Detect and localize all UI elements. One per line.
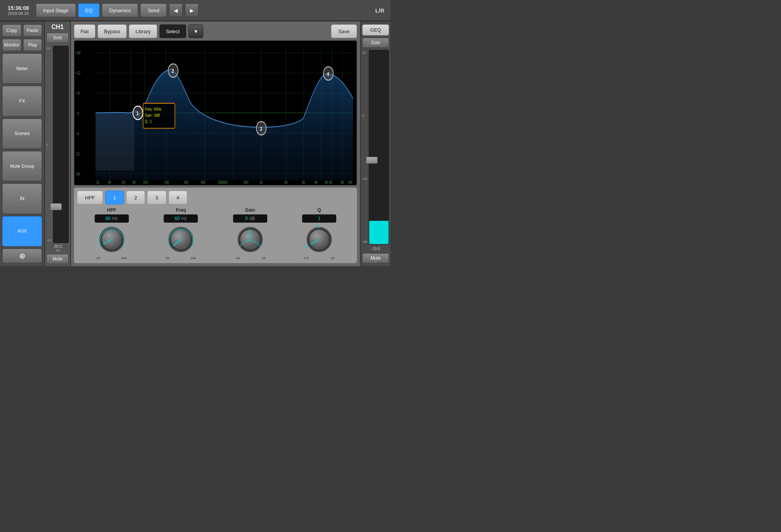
gain-range: -18 18: [235, 256, 265, 260]
right-mute-button[interactable]: Mute: [362, 253, 389, 263]
band2-button[interactable]: 2: [126, 191, 145, 204]
eq-controls: HPF 1 2 3 4 HPF 80 Hz: [74, 188, 357, 263]
geq-button[interactable]: GEQ: [362, 24, 389, 35]
in-button[interactable]: IN: [2, 183, 42, 214]
right-fader-handle[interactable]: [366, 157, 378, 164]
gain-min: -18: [235, 256, 240, 260]
svg-text:20: 20: [96, 180, 99, 185]
hpf-knob-group: HPF 80 Hz: [95, 207, 129, 260]
freq-unit: Hz: [182, 216, 187, 221]
monitor-play-row: Monitor Play: [2, 39, 42, 51]
band4-button[interactable]: 4: [169, 191, 187, 204]
gain-unit: dB: [249, 216, 255, 221]
svg-text:Gain : 0dB: Gain : 0dB: [145, 113, 160, 118]
band1-button[interactable]: 1: [105, 191, 124, 204]
freq-min: 20: [166, 256, 169, 260]
scale-0: 0: [47, 143, 51, 146]
r-scale-0: 0: [362, 114, 367, 117]
svg-text:400: 400: [201, 180, 205, 185]
svg-text:300: 300: [184, 180, 188, 185]
freq-knob-group: Freq 60 Hz: [164, 207, 198, 260]
library-button[interactable]: Library: [129, 24, 157, 38]
hpf-value: 80: [106, 216, 111, 221]
right-fader-fill: [369, 221, 389, 244]
freq-display: 60 Hz: [164, 214, 198, 223]
bypass-button[interactable]: Bypass: [98, 24, 127, 38]
gain-knob-group: Gain 0 dB: [233, 207, 267, 260]
q-value: 1: [318, 216, 321, 221]
lr-label: L/R: [372, 7, 387, 14]
fx-button[interactable]: FX: [2, 86, 42, 116]
play-button[interactable]: Play: [23, 39, 42, 51]
scenes-button[interactable]: Scenes: [2, 119, 42, 149]
eq-main-area: Flat Bypass Library Select ▼ Save: [71, 21, 360, 266]
svg-text:2K: 2K: [284, 180, 288, 185]
next-button[interactable]: ▶: [185, 3, 199, 17]
input-stage-button[interactable]: Input Stage: [36, 3, 76, 17]
eq-button[interactable]: EQ: [78, 3, 100, 17]
right-db-value: -29.8: [371, 247, 380, 251]
right-fader-scale: 10 0 -10 -80: [362, 50, 367, 244]
channel-mute-button[interactable]: Mute: [47, 254, 69, 264]
svg-text:3K: 3K: [302, 180, 305, 185]
clock-date: 2019.08.20: [3, 11, 34, 16]
svg-text:+18: +18: [75, 50, 81, 55]
channel-strip: CH1 Solo 10 0 -10 -80.0 -80 Mute: [45, 21, 71, 266]
freq-range: 20 20k: [166, 256, 196, 260]
svg-text:4K: 4K: [314, 180, 318, 185]
q-knob[interactable]: [304, 224, 334, 255]
flat-button[interactable]: Flat: [74, 24, 95, 38]
svg-text:-12: -12: [75, 151, 80, 156]
r-scale-10: 10: [362, 51, 367, 55]
channel-fader-scale: 10 0 -10: [47, 46, 51, 243]
freq-value: 60: [175, 216, 180, 221]
r-scale-neg80: -80: [362, 240, 367, 244]
gain-knob[interactable]: [235, 224, 265, 255]
right-solo-button[interactable]: Solo: [362, 38, 389, 48]
hpf-knob[interactable]: [96, 224, 127, 255]
save-button[interactable]: Save: [331, 24, 357, 38]
freq-knob[interactable]: [166, 224, 196, 255]
right-sidebar: GEQ Solo 10 0 -10 -80 -29.8 Mute: [360, 21, 390, 266]
time-block: 15:36:08 2019.08.20: [3, 5, 34, 16]
gain-knob-label: Gain: [245, 207, 255, 213]
eq-graph: +18 +12 +6 0 -6 -12 -18 20 40 60 80 100 …: [74, 40, 357, 185]
hpf-knob-label: HPF: [107, 207, 116, 213]
right-fader-track[interactable]: [369, 50, 389, 244]
svg-text:-18: -18: [75, 172, 80, 177]
q-display: 1: [302, 214, 336, 223]
svg-text:1K: 1K: [260, 180, 263, 185]
svg-text:10K: 10K: [348, 180, 353, 185]
svg-text:Freq : 60Hz: Freq : 60Hz: [145, 106, 161, 111]
monitor-button[interactable]: Monitor: [2, 39, 21, 51]
aux-button[interactable]: AUX: [2, 216, 42, 246]
copy-button[interactable]: Copy: [2, 24, 21, 37]
hpf-band-button[interactable]: HPF: [77, 191, 103, 204]
meter-button[interactable]: Meter: [2, 53, 42, 84]
svg-text:80: 80: [133, 180, 136, 185]
select-button[interactable]: Select: [159, 24, 186, 38]
channel-name: CH1: [51, 24, 64, 31]
q-range: 0.5 10: [304, 256, 334, 260]
channel-solo-button[interactable]: Solo: [47, 33, 69, 43]
paste-button[interactable]: Paste: [23, 24, 42, 37]
prev-button[interactable]: ◀: [169, 3, 183, 17]
band3-button[interactable]: 3: [147, 191, 166, 204]
dropdown-button[interactable]: ▼: [188, 24, 203, 38]
copy-paste-row: Copy Paste: [2, 24, 42, 37]
channel-db-value: -80.0: [53, 244, 62, 249]
crosshair-button[interactable]: ⊕: [2, 249, 42, 263]
crosshair-icon: ⊕: [19, 251, 26, 260]
send-button[interactable]: Send: [140, 3, 166, 17]
channel-fader-handle[interactable]: [50, 203, 62, 210]
svg-text:0: 0: [77, 111, 79, 116]
dynamics-button[interactable]: Dynamics: [102, 3, 138, 17]
svg-text:+6: +6: [76, 91, 80, 96]
gain-value: 0: [245, 216, 248, 221]
svg-text:40: 40: [108, 180, 111, 185]
main-layout: Copy Paste Monitor Play Meter FX Scenes …: [0, 21, 390, 266]
channel-fader-track[interactable]: [53, 46, 69, 243]
scale-10: 10: [47, 47, 51, 50]
q-knob-label: Q: [318, 207, 321, 213]
mute-group-button[interactable]: Mute Group: [2, 151, 42, 181]
